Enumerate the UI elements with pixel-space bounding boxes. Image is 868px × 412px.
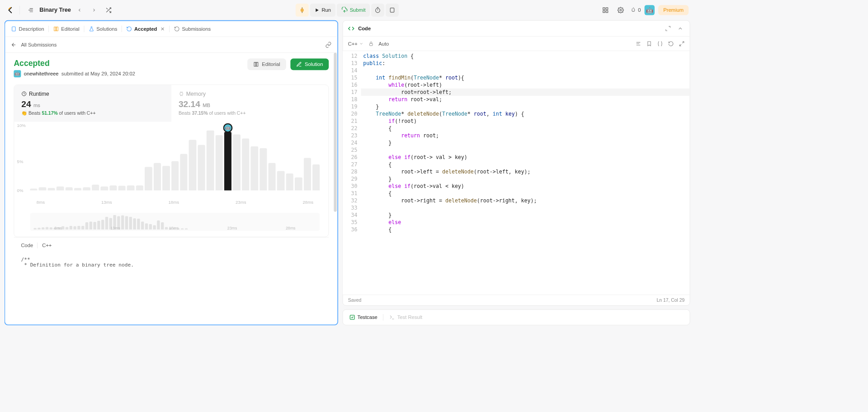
chart-bar[interactable]	[180, 154, 187, 191]
chart-bar[interactable]	[145, 167, 152, 191]
editorial-button[interactable]: Editorial	[247, 59, 286, 70]
scrollbar[interactable]	[334, 53, 337, 212]
svg-line-5	[106, 8, 108, 9]
tab-editorial[interactable]: Editorial	[50, 21, 83, 37]
prev-problem-icon[interactable]	[74, 5, 85, 16]
chart-bar[interactable]	[83, 187, 90, 190]
chart-bar[interactable]	[189, 140, 196, 190]
chart-bar[interactable]	[39, 187, 46, 190]
chart-bar[interactable]	[154, 163, 161, 190]
chart-bar[interactable]	[74, 188, 81, 191]
chart-bar[interactable]	[127, 185, 134, 191]
braces-icon[interactable]	[657, 41, 663, 47]
terminal-icon	[389, 314, 395, 320]
solution-button[interactable]: Solution	[290, 59, 329, 70]
chart-bar[interactable]	[286, 173, 293, 190]
tab-accepted[interactable]: Accepted✕	[123, 21, 169, 37]
chart-bar[interactable]	[207, 131, 214, 190]
chevron-up-icon[interactable]	[676, 24, 684, 33]
tab-submissions-label: Submissions	[182, 26, 211, 32]
settings-icon[interactable]	[615, 5, 627, 16]
shuffle-icon[interactable]	[103, 5, 114, 16]
tab-solutions[interactable]: Solutions	[85, 21, 121, 37]
chart-bar[interactable]	[242, 138, 249, 190]
chart-bar[interactable]	[233, 135, 240, 191]
svg-marker-9	[316, 9, 319, 12]
close-icon[interactable]: ✕	[160, 26, 165, 32]
submit-button[interactable]: Submit	[337, 4, 370, 17]
tab-submissions[interactable]: Submissions	[170, 21, 214, 37]
metrics-card: Runtime 24 ms 👏 Beats 51.17% of users wi…	[14, 84, 329, 237]
runtime-metric[interactable]: Runtime 24 ms 👏 Beats 51.17% of users wi…	[14, 85, 171, 122]
lang-bar: C++ Auto	[343, 37, 690, 51]
tab-testresult[interactable]: Test Result	[387, 314, 425, 320]
chart-bar[interactable]	[162, 166, 170, 191]
chart-bar[interactable]	[198, 145, 205, 191]
svg-rect-7	[302, 7, 302, 8]
chart-bar[interactable]	[118, 186, 126, 191]
link-icon[interactable]	[325, 42, 331, 48]
run-label: Run	[321, 7, 331, 13]
chart-bar[interactable]	[47, 188, 55, 191]
divider	[48, 25, 49, 32]
language-select[interactable]: C++	[348, 41, 363, 47]
all-submissions-link[interactable]: All Submissions	[21, 42, 57, 47]
code-header: Code	[343, 21, 690, 37]
runtime-label: Runtime	[29, 91, 49, 97]
problem-list-icon[interactable]	[25, 5, 37, 16]
tab-testcase[interactable]: Testcase	[347, 314, 381, 320]
chart-bar[interactable]	[57, 187, 64, 191]
chart-bar[interactable]	[92, 185, 99, 191]
tab-description[interactable]: Description	[7, 21, 48, 37]
chart-bar[interactable]	[109, 185, 117, 191]
chart-bar[interactable]	[136, 185, 143, 191]
run-button[interactable]: Run	[310, 4, 335, 17]
chart-bar[interactable]	[295, 178, 302, 191]
chip-icon	[179, 91, 184, 97]
format-icon[interactable]	[636, 41, 642, 47]
runtime-chart: 🤖 10%5%0% 8ms13ms18ms23ms28ms	[14, 122, 328, 209]
chart-bar[interactable]	[304, 158, 311, 191]
bookmark-icon[interactable]	[646, 41, 652, 47]
auto-label[interactable]: Auto	[378, 41, 389, 47]
subbar: All Submissions	[5, 37, 337, 53]
chart-bar[interactable]	[312, 164, 320, 191]
check-square-icon	[349, 314, 355, 320]
problem-title[interactable]: Binary Tree	[39, 7, 71, 13]
next-problem-icon[interactable]	[88, 5, 100, 16]
premium-button[interactable]: Premium	[658, 5, 689, 15]
status-accepted: Accepted	[14, 59, 243, 68]
runtime-unit: ms	[33, 102, 40, 108]
back-icon[interactable]	[11, 42, 17, 47]
left-tabs: Description Editorial Solutions Accepted…	[5, 21, 337, 37]
leetcode-logo[interactable]	[6, 6, 14, 14]
notes-icon[interactable]	[386, 4, 399, 17]
layout-icon[interactable]	[600, 5, 612, 16]
chart-bar[interactable]	[66, 187, 73, 190]
timer-icon[interactable]	[371, 4, 384, 17]
divider	[19, 6, 20, 14]
memory-metric[interactable]: Memory 32.14 MB Beats 37.15% of users wi…	[171, 85, 329, 122]
divider	[170, 25, 170, 32]
chart-bar[interactable]	[251, 146, 258, 191]
tab-description-label: Description	[19, 26, 44, 32]
right-controls: 0 🤖 Premium	[600, 5, 689, 16]
chart-bar[interactable]	[101, 187, 108, 191]
chart-minimap[interactable]: 8ms13ms18ms23ms28ms	[30, 213, 320, 231]
code-lang: C++	[42, 243, 52, 248]
code-editor[interactable]: 1213141516171819202122232425262728293031…	[343, 51, 690, 295]
fullscreen-icon[interactable]	[664, 24, 672, 33]
reset-icon[interactable]	[668, 41, 674, 47]
username[interactable]: onewhitethreee	[24, 71, 59, 77]
streak[interactable]: 0	[630, 7, 641, 13]
chart-bar[interactable]	[277, 171, 284, 190]
avatar[interactable]: 🤖	[645, 5, 655, 15]
debug-icon[interactable]	[296, 4, 309, 17]
chart-bar[interactable]	[30, 188, 37, 190]
chart-bar[interactable]	[259, 148, 267, 191]
chart-bar[interactable]: 🤖	[224, 132, 231, 191]
expand-icon[interactable]	[679, 41, 685, 47]
chart-bar[interactable]	[215, 135, 222, 190]
chart-bar[interactable]	[269, 163, 276, 190]
chart-bar[interactable]	[171, 161, 179, 191]
